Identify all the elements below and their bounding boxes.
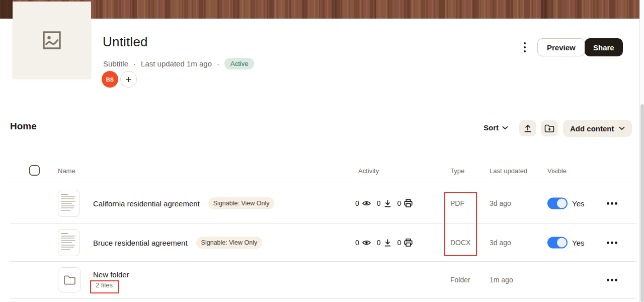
visible-label: Yes — [572, 199, 584, 208]
prints-stat: 0 — [397, 238, 414, 247]
table-row[interactable]: Bruce residential agreement Signable: Vi… — [0, 224, 636, 261]
chevron-down-icon — [619, 126, 625, 130]
download-icon — [383, 239, 392, 247]
status-badge: Active — [224, 58, 254, 69]
last-updated-cell: 1m ago — [490, 276, 513, 284]
document-thumbnail[interactable] — [58, 229, 79, 256]
preview-button[interactable]: Preview — [537, 38, 585, 56]
signable-badge: Signable: View Only — [208, 197, 275, 209]
sort-label: Sort — [484, 123, 499, 132]
sort-dropdown[interactable]: Sort — [484, 123, 508, 132]
visible-cell: Yes — [547, 198, 584, 209]
docsend-space-page: Untitled Subtitle · Last updated 1m ago … — [0, 0, 644, 302]
subtitle-text[interactable]: Subtitle — [103, 59, 128, 68]
downloads-count: 0 — [377, 199, 381, 207]
add-content-label: Add content — [570, 124, 614, 133]
last-updated-text: Last updated 1m ago — [141, 59, 212, 68]
scrollbar-thumb[interactable] — [640, 104, 644, 302]
plus-icon: + — [125, 73, 131, 86]
type-cell: Folder — [450, 276, 470, 284]
preview-button-label: Preview — [547, 43, 576, 52]
signable-badge: Signable: View Only — [196, 237, 263, 249]
prints-count: 0 — [397, 239, 401, 247]
section-title: Home — [10, 121, 37, 132]
prints-stat: 0 — [397, 199, 414, 208]
views-count: 0 — [355, 199, 359, 207]
printer-icon — [404, 238, 413, 247]
column-header-last-updated: Last updated — [490, 167, 527, 175]
table-row[interactable]: California residential agreement Signabl… — [0, 183, 636, 223]
visible-cell: Yes — [547, 237, 584, 249]
select-all-checkbox[interactable] — [29, 165, 40, 176]
new-folder-icon — [544, 124, 554, 133]
row-menu-ellipsis-icon[interactable] — [606, 276, 618, 284]
image-placeholder-icon — [41, 30, 62, 51]
downloads-stat: 0 — [377, 199, 392, 208]
file-count: 2 files — [93, 280, 129, 290]
column-header-type: Type — [450, 167, 464, 175]
toggle-knob — [557, 199, 567, 208]
eye-icon — [362, 199, 371, 207]
downloads-count: 0 — [377, 239, 381, 247]
column-header-activity: Activity — [358, 167, 379, 175]
type-cell: PDF — [450, 199, 464, 207]
document-title[interactable]: Bruce residential agreement — [93, 239, 188, 247]
views-stat: 0 — [355, 199, 371, 207]
column-header-name: Name — [58, 167, 75, 175]
add-person-button[interactable]: + — [120, 71, 137, 88]
name-cell: New folder 2 files — [93, 270, 129, 290]
folder-thumbnail[interactable] — [58, 267, 81, 292]
upload-button[interactable] — [519, 120, 536, 136]
divider — [10, 298, 636, 298]
document-thumbnail[interactable] — [58, 190, 79, 217]
meta-dot: · — [133, 59, 136, 68]
toggle-knob — [557, 238, 567, 248]
share-button[interactable]: Share — [585, 38, 623, 56]
download-icon — [383, 199, 392, 208]
activity-cell: 0 0 0 — [355, 199, 413, 208]
visibility-toggle[interactable] — [547, 198, 568, 209]
chevron-down-icon — [502, 126, 508, 130]
new-folder-button[interactable] — [541, 120, 558, 136]
views-count: 0 — [355, 239, 359, 247]
upload-icon — [523, 124, 532, 133]
visible-label: Yes — [572, 239, 584, 247]
prints-count: 0 — [397, 199, 401, 207]
name-cell: California residential agreement Signabl… — [93, 197, 274, 209]
eye-icon — [362, 239, 371, 247]
avatar[interactable]: BS — [102, 71, 118, 88]
kebab-menu-icon[interactable] — [521, 41, 528, 54]
add-content-button[interactable]: Add content — [563, 120, 632, 137]
page-title[interactable]: Untitled — [103, 34, 148, 50]
folder-title[interactable]: New folder — [93, 270, 129, 279]
page-meta: Subtitle · Last updated 1m ago · Active — [103, 58, 254, 69]
cover-banner — [0, 0, 640, 19]
document-title[interactable]: California residential agreement — [93, 199, 200, 208]
type-cell: DOCX — [450, 239, 470, 247]
visibility-toggle[interactable] — [547, 237, 568, 249]
table-row[interactable]: New folder 2 files Folder 1m ago — [0, 262, 636, 298]
column-header-visible: Visible — [547, 167, 567, 175]
scrollbar-track[interactable] — [639, 0, 644, 302]
folder-icon — [63, 275, 76, 285]
views-stat: 0 — [355, 239, 371, 247]
last-updated-cell: 3d ago — [490, 199, 511, 207]
printer-icon — [404, 199, 413, 208]
meta-dot: · — [217, 59, 219, 68]
share-button-label: Share — [593, 43, 614, 52]
row-menu-ellipsis-icon[interactable] — [606, 239, 618, 247]
row-menu-ellipsis-icon[interactable] — [606, 199, 618, 208]
cover-image-placeholder[interactable] — [13, 2, 91, 79]
name-cell: Bruce residential agreement Signable: Vi… — [93, 237, 262, 249]
activity-cell: 0 0 0 — [355, 238, 413, 247]
people-row: BS + — [102, 71, 137, 88]
last-updated-cell: 3d ago — [490, 239, 511, 247]
downloads-stat: 0 — [377, 239, 392, 247]
